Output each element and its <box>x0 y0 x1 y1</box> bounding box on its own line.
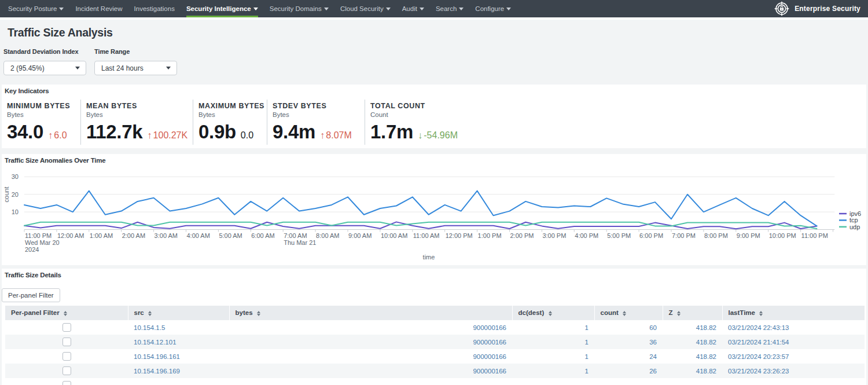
per-panel-filter-button[interactable]: Per-panel Filter <box>2 288 60 302</box>
cell-lasttime[interactable]: 03/21/2024 20:23:57 <box>722 349 865 364</box>
standard-deviation-index-dropdown[interactable]: 2 (95.45%) <box>3 61 86 75</box>
kpi-unit: Bytes <box>273 111 365 118</box>
x-tick-date-label: Thu Mar 21 <box>284 239 316 246</box>
column-header-dc-dest-[interactable]: dc(dest) <box>512 306 594 320</box>
dropdown-value: Last 24 hours <box>101 64 166 72</box>
cell-bytes[interactable] <box>229 378 512 385</box>
kpi-delta: ↑6.0 <box>48 130 67 141</box>
kpi-label: MAXIMUM BYTES <box>198 102 267 110</box>
row-checkbox-cell <box>5 378 128 385</box>
brand-text: Enterprise Security <box>795 5 860 13</box>
time-range-dropdown[interactable]: Last 24 hours <box>94 61 177 75</box>
cell-count[interactable]: 26 <box>594 364 663 378</box>
cell-src[interactable]: 10.154.1.5 <box>128 320 229 335</box>
chevron-down-icon <box>253 8 258 10</box>
cell-dc-dest-[interactable] <box>512 378 594 385</box>
cell-dc-dest-[interactable]: 1 <box>512 364 594 378</box>
nav-item-label: Security Domains <box>270 5 322 12</box>
cell-z[interactable]: 418.82 <box>663 335 722 349</box>
cell-src[interactable]: 10.154.196.169 <box>128 364 229 378</box>
y-tick-label: 30 <box>12 173 19 180</box>
details-table: Per-panel Filtersrcbytesdc(dest)countZla… <box>5 306 865 385</box>
x-tick-label: 9:00 PM <box>737 232 760 239</box>
cell-src[interactable] <box>128 378 229 385</box>
cell-count[interactable]: 36 <box>594 335 663 349</box>
row-checkbox[interactable] <box>62 352 71 361</box>
row-checkbox[interactable] <box>62 323 71 332</box>
x-tick-label: 5:00 PM <box>607 232 631 239</box>
row-checkbox[interactable] <box>62 338 71 346</box>
x-tick-label: 1:00 PM <box>478 232 502 239</box>
column-header-lasttime[interactable]: lastTime <box>722 306 865 320</box>
sort-icon <box>623 310 627 317</box>
nav-item-investigations[interactable]: Investigations <box>134 0 175 17</box>
cell-count[interactable] <box>594 378 663 385</box>
chevron-down-icon <box>506 8 511 10</box>
nav-item-cloud-security[interactable]: Cloud Security <box>340 0 391 17</box>
cell-bytes[interactable]: 900000166 <box>229 349 512 364</box>
nav-item-security-posture[interactable]: Security Posture <box>8 0 64 17</box>
filter-label: Standard Deviation Index <box>3 48 86 55</box>
kpi-value: 112.7k <box>86 121 142 143</box>
y-axis-title: count <box>3 187 10 203</box>
column-header-z[interactable]: Z <box>663 306 722 320</box>
cell-dc-dest-[interactable]: 1 <box>512 349 594 364</box>
cell-z[interactable] <box>663 378 722 385</box>
nav-item-configure[interactable]: Configure <box>475 0 511 17</box>
cell-count[interactable]: 60 <box>594 320 663 335</box>
cell-src[interactable]: 10.154.12.101 <box>128 335 229 349</box>
chevron-down-icon <box>166 67 171 69</box>
column-header-per-panel-filter[interactable]: Per-panel Filter <box>5 306 128 320</box>
nav-item-label: Security Intelligence <box>186 5 251 12</box>
x-tick-label: 10:00 PM <box>769 232 796 239</box>
brand[interactable]: Enterprise Security <box>774 0 868 17</box>
nav-item-incident-review[interactable]: Incident Review <box>75 0 122 17</box>
x-tick-label: 8:00 AM <box>316 232 339 239</box>
cell-lasttime[interactable]: 03/21/2024 21:41:54 <box>722 335 865 349</box>
cell-bytes[interactable]: 900000166 <box>229 335 512 349</box>
cell-z[interactable]: 418.82 <box>663 349 722 364</box>
x-tick-label: 11:00 PM <box>801 232 828 239</box>
kpi-total-count: TOTAL COUNTCount1.7m↓-54.96M <box>365 100 539 145</box>
row-checkbox[interactable] <box>62 366 71 375</box>
cell-lasttime[interactable]: 03/21/2024 23:26:23 <box>722 364 865 378</box>
nav-item-label: Security Posture <box>8 5 57 12</box>
sort-icon <box>64 310 68 317</box>
x-tick-label: 4:00 AM <box>187 232 210 239</box>
cell-z[interactable]: 418.82 <box>663 364 722 378</box>
column-header-bytes[interactable]: bytes <box>229 306 512 320</box>
legend-item-udp[interactable]: udp <box>839 223 860 230</box>
nav-item-security-intelligence[interactable]: Security Intelligence <box>186 0 258 17</box>
kpi-delta-value: 6.0 <box>54 130 67 140</box>
key-indicators-panel: Key Indicators MINIMUM BYTESBytes34.0↑6.… <box>2 85 866 148</box>
column-header-src[interactable]: src <box>128 306 229 320</box>
cell-bytes[interactable]: 900000166 <box>229 320 512 335</box>
row-checkbox[interactable] <box>62 381 71 385</box>
table-row <box>5 378 865 385</box>
cell-bytes[interactable]: 900000166 <box>229 364 512 378</box>
y-tick-label: 10 <box>12 208 19 215</box>
cell-dc-dest-[interactable]: 1 <box>512 335 594 349</box>
legend-item-tcp[interactable]: tcp <box>839 217 858 223</box>
column-header-label: src <box>134 309 144 316</box>
sort-icon <box>548 310 552 317</box>
legend-item-ipv6[interactable]: ipv6 <box>839 210 861 217</box>
nav-item-security-domains[interactable]: Security Domains <box>270 0 329 17</box>
cell-lasttime[interactable]: 03/21/2024 22:43:13 <box>722 320 865 335</box>
cell-lasttime[interactable] <box>722 378 865 385</box>
column-header-count[interactable]: count <box>594 306 663 320</box>
cell-dc-dest-[interactable]: 1 <box>512 320 594 335</box>
chevron-down-icon <box>386 8 391 10</box>
nav-item-search[interactable]: Search <box>436 0 464 17</box>
x-tick-date-label: 2024 <box>25 246 39 253</box>
cell-src[interactable]: 10.154.196.161 <box>128 349 229 364</box>
column-header-label: dc(dest) <box>518 309 545 316</box>
arrow-up-icon: ↑ <box>48 130 53 140</box>
cell-z[interactable]: 418.82 <box>663 320 722 335</box>
nav-item-audit[interactable]: Audit <box>402 0 424 17</box>
column-header-label: count <box>601 309 619 316</box>
cell-count[interactable]: 24 <box>594 349 663 364</box>
arrow-up-icon: ↑ <box>320 130 325 140</box>
x-tick-label: 6:00 PM <box>639 232 663 239</box>
kpi-unit: Bytes <box>86 111 193 118</box>
